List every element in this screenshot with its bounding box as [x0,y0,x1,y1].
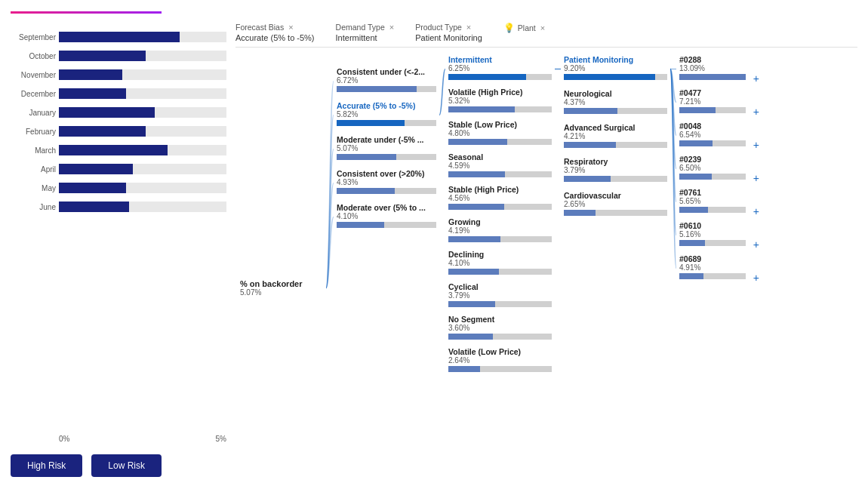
forecast-node[interactable]: Accurate (5% to -5%) 5.82% [334,100,439,131]
plant-node-bar-track [679,140,746,146]
demand-node[interactable]: Volatile (Low Price) 2.64% [445,346,555,377]
demand-node-value: 4.59% [448,162,552,170]
demand-node[interactable]: Volatile (High Price) 5.32% [445,86,555,117]
demand-node[interactable]: Cyclical 3.79% [445,281,555,312]
demand-node[interactable]: Declining 4.10% [445,248,555,279]
low-risk-button[interactable]: Low Risk [91,454,162,477]
product-node-label: Advanced Surgical [564,123,667,132]
product-node-bar-fill [564,108,617,114]
plant-expand-button[interactable]: + [753,172,759,184]
demand-node-value: 2.64% [448,356,552,365]
plant-expand-button[interactable]: + [753,272,759,284]
plant-node-bar-fill [679,240,705,246]
bar-row: October [12,48,226,64]
bar-fill [59,145,168,155]
bulb-icon: 💡 [503,23,515,33]
bar-row: January [12,104,226,121]
bar-month-label: November [12,71,56,79]
plant-node-label: #0761 [679,188,746,197]
title-underline [11,11,162,14]
forecast-node-bar-fill [337,154,396,160]
demand-node-bar-track [448,139,552,145]
forecast-node[interactable]: Consistent under (<-2... 6.72% [334,66,439,97]
plant-expand-button[interactable]: + [753,139,759,151]
demand-col: Intermittent 6.25% Volatile (High Price)… [445,54,555,477]
filter-product-type-close[interactable]: × [466,23,471,32]
demand-node[interactable]: Stable (Low Price) 4.80% [445,118,555,149]
plant-node-label: #0477 [679,88,746,97]
forecast-node-label: Consistent over (>20%) [337,169,436,178]
demand-node[interactable]: No Segment 3.60% [445,313,555,344]
product-node[interactable]: Neurological 4.37% [561,88,670,118]
demand-node-bar-fill [448,204,504,210]
plant-node-label: #0048 [679,122,746,131]
bar-track [59,183,226,193]
bar-row: April [12,161,226,177]
filter-forecast-bias-close[interactable]: × [288,23,293,32]
right-panel: Forecast Bias × Accurate (5% to -5%) Dem… [235,23,857,477]
plant-node[interactable]: #0477 7.21% [676,87,749,118]
product-node[interactable]: Patient Monitoring 9.20% [561,54,670,85]
plant-row: #0477 7.21% + [676,87,759,118]
content-row: September October November December Janu… [11,23,857,477]
product-node-label: Cardiovascular [564,191,667,200]
bar-fill [59,107,155,118]
product-node-bar-track [564,210,667,216]
forecast-node[interactable]: Consistent over (>20%) 4.93% [334,168,439,198]
demand-node-label: Volatile (Low Price) [448,347,552,356]
product-node[interactable]: Advanced Surgical 4.21% [561,122,670,152]
plant-node[interactable]: #0689 4.91% [676,253,749,284]
bar-track [59,88,226,99]
plant-row: #0761 5.65% + [676,186,759,217]
bar-fill [59,69,122,80]
demand-node[interactable]: Growing 4.19% [445,216,555,247]
plant-node[interactable]: #0288 13.09% [676,54,749,85]
demand-node-bar-track [448,366,552,372]
bar-month-label: September [12,33,56,42]
demand-node-bar-track [448,301,552,307]
plant-row: #0239 6.50% + [676,153,759,184]
forecast-node[interactable]: Moderate under (-5% ... 5.07% [334,134,439,165]
product-node-value: 9.20% [564,64,667,72]
forecast-node[interactable]: Moderate over (5% to ... 4.10% [334,202,439,232]
plant-node[interactable]: #0048 6.54% [676,120,749,151]
demand-node[interactable]: Seasonal 4.59% [445,151,555,182]
plant-node[interactable]: #0610 5.16% [676,220,749,251]
plant-expand-button[interactable]: + [753,205,759,217]
high-risk-button[interactable]: High Risk [11,454,82,477]
plant-node[interactable]: #0761 5.65% [676,186,749,217]
plant-node-bar-track [679,74,746,80]
product-node[interactable]: Cardiovascular 2.65% [561,189,670,220]
plant-expand-button[interactable]: + [753,106,759,118]
plant-node-bar-fill [679,174,712,180]
demand-node[interactable]: Stable (High Price) 4.56% [445,183,555,214]
x-tick-0pct: 0% [59,435,69,443]
filter-demand-type-close[interactable]: × [389,23,394,32]
backorder-node[interactable]: % on backorder 5.07% [235,276,326,300]
plant-node-label: #0239 [679,155,746,164]
plant-node[interactable]: #0239 6.50% [676,153,749,184]
filter-plant-close[interactable]: × [540,23,545,32]
plant-expand-button[interactable]: + [753,72,759,85]
product-node-bar-fill [564,74,655,80]
bar-row: June [12,198,226,215]
product-node-value: 3.79% [564,166,667,174]
demand-node-bar-fill [448,171,505,177]
demand-node-value: 3.60% [448,324,552,332]
forecast-node-bar-track [337,188,436,194]
demand-node-label: Declining [448,250,552,259]
backorder-col: % on backorder 5.07% [235,99,326,477]
bar-chart-inner: September October November December Janu… [12,29,229,445]
plant-node-value: 4.91% [679,263,746,272]
product-node[interactable]: Respiratory 3.79% [561,155,670,186]
bar-track [59,164,226,174]
forecast-node-bar-track [337,86,436,92]
bar-month-label: January [12,109,56,117]
forecast-node-bar-track [337,222,436,228]
forecast-node-bar-fill [337,120,405,126]
plant-expand-button[interactable]: + [753,238,759,251]
plant-node-bar-fill [679,140,713,146]
bar-fill [59,88,126,99]
plant-node-bar-track [679,240,746,246]
demand-node[interactable]: Intermittent 6.25% [445,54,555,85]
